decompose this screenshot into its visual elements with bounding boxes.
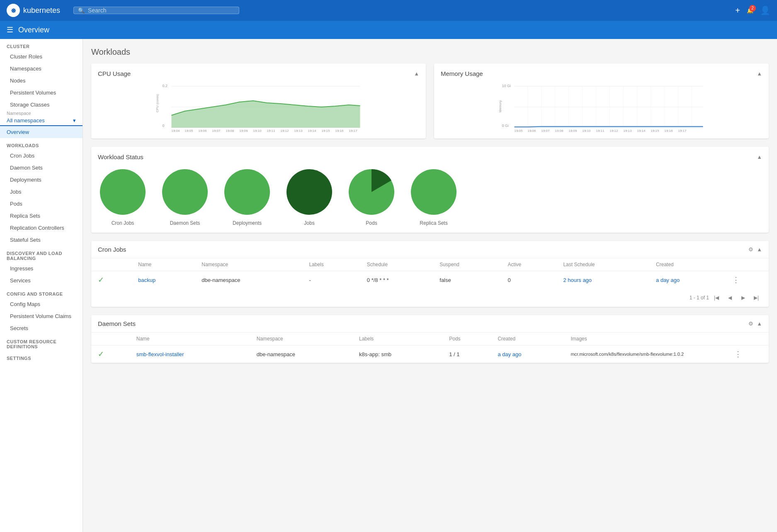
cpu-chart-card: CPU Usage ▲ 0.2 0 CPU (cores) — [91, 63, 426, 138]
ds-col-labels: Labels — [352, 333, 442, 345]
more-menu-icon[interactable]: ⋮ — [732, 276, 740, 284]
daemon-set-name: smb-flexvol-installer — [130, 345, 250, 363]
last-page-button[interactable]: ▶| — [750, 292, 762, 304]
daemon-filter-icon[interactable]: ⚙ — [748, 321, 753, 327]
workload-status-card: Workload Status ▲ Cron Jobs Daemon Sets — [91, 147, 769, 233]
sidebar: Cluster Cluster Roles Namespaces Nodes P… — [0, 39, 83, 532]
app-name: kubernetes — [23, 6, 60, 15]
status-circle-replica-sets[interactable]: Replica Sets — [409, 167, 459, 226]
status-circle-pods[interactable]: Pods — [347, 167, 396, 226]
ds-status-ok-icon: ✓ — [98, 350, 104, 358]
last-schedule-link[interactable]: 2 hours ago — [563, 277, 592, 283]
workloads-section-title: Workloads — [0, 138, 83, 150]
top-nav-right: + 🔔 2 👤 — [735, 5, 770, 15]
cron-job-name: backup — [131, 271, 195, 289]
col-name — [91, 258, 131, 271]
svg-text:19:13: 19:13 — [624, 129, 632, 132]
svg-text:19:16: 19:16 — [665, 129, 673, 132]
sidebar-item-services[interactable]: Services — [0, 275, 83, 287]
sidebar-item-persistent-volumes[interactable]: Persistent Volumes — [0, 87, 83, 99]
status-circle-jobs[interactable]: Jobs — [284, 167, 334, 226]
daemon-collapse-icon[interactable]: ▲ — [757, 321, 762, 327]
status-ok-icon: ✓ — [98, 276, 104, 284]
ds-col-pods: Pods — [442, 333, 491, 345]
sidebar-item-nodes[interactable]: Nodes — [0, 75, 83, 87]
sidebar-item-pvc[interactable]: Persistent Volume Claims — [0, 310, 83, 322]
svg-text:19:05: 19:05 — [515, 129, 523, 132]
col-created: Created — [649, 258, 726, 271]
svg-point-54 — [224, 169, 270, 215]
sidebar-item-cron-jobs[interactable]: Cron Jobs — [0, 150, 83, 162]
ds-more-menu-icon[interactable]: ⋮ — [734, 350, 742, 358]
cron-jobs-header-row: Name Namespace Labels Schedule Suspend A… — [91, 258, 769, 271]
sidebar-item-config-maps[interactable]: Config Maps — [0, 298, 83, 310]
svg-text:19:17: 19:17 — [678, 129, 687, 132]
memory-chart-collapse-icon[interactable]: ▲ — [757, 70, 762, 77]
sidebar-item-cluster-roles[interactable]: Cluster Roles — [0, 51, 83, 63]
daemon-set-namespace: dbe-namespace — [250, 345, 352, 363]
notification-button[interactable]: 🔔 2 — [747, 7, 753, 14]
sidebar-item-pods[interactable]: Pods — [0, 198, 83, 210]
sidebar-item-replica-sets[interactable]: Replica Sets — [0, 210, 83, 222]
cron-jobs-table-card: Cron Jobs ⚙ ▲ Name Namespace Labels Sche… — [91, 241, 769, 307]
svg-text:19:08: 19:08 — [555, 129, 564, 132]
prev-page-button[interactable]: ◀ — [724, 292, 736, 304]
svg-text:19:11: 19:11 — [596, 129, 605, 132]
svg-text:19:10: 19:10 — [583, 129, 591, 132]
col-actions — [726, 258, 769, 271]
sidebar-item-daemon-sets[interactable]: Daemon Sets — [0, 162, 83, 174]
cron-jobs-table-actions: ⚙ ▲ — [748, 246, 762, 253]
daemon-set-name-link[interactable]: smb-flexvol-installer — [136, 351, 184, 357]
svg-text:19:14: 19:14 — [637, 129, 646, 132]
status-circle-cron-jobs[interactable]: Cron Jobs — [98, 167, 148, 226]
daemon-set-more[interactable]: ⋮ — [728, 345, 769, 363]
status-circle-daemon-sets[interactable]: Daemon Sets — [160, 167, 210, 226]
daemon-set-created: a day ago — [491, 345, 564, 363]
sidebar-item-namespaces[interactable]: Namespaces — [0, 63, 83, 75]
col-suspend: Suspend — [433, 258, 501, 271]
cron-jobs-label: Cron Jobs — [112, 220, 134, 226]
cpu-chart-area: 0.2 0 CPU (cores) 19:04 19:05 19:06 — [98, 82, 419, 132]
collapse-icon[interactable]: ▲ — [757, 246, 762, 253]
created-link[interactable]: a day ago — [656, 277, 680, 283]
col-labels: Labels — [302, 258, 360, 271]
user-avatar[interactable]: 👤 — [760, 5, 770, 15]
svg-text:19:07: 19:07 — [212, 129, 221, 132]
workload-status-collapse-icon[interactable]: ▲ — [757, 154, 762, 160]
hamburger-icon[interactable]: ☰ — [7, 25, 13, 34]
workload-status-title: Workload Status — [98, 153, 143, 160]
sidebar-item-replication-controllers[interactable]: Replication Controllers — [0, 222, 83, 234]
sidebar-item-ingresses[interactable]: Ingresses — [0, 262, 83, 275]
first-page-button[interactable]: |◀ — [711, 292, 722, 304]
sidebar-item-overview[interactable]: Overview — [0, 126, 83, 138]
cron-job-name-link[interactable]: backup — [138, 277, 155, 283]
search-icon: 🔍 — [78, 7, 85, 14]
pods-label: Pods — [366, 220, 377, 226]
cron-job-namespace: dbe-namespace — [195, 271, 302, 289]
add-button[interactable]: + — [735, 6, 740, 15]
sidebar-item-jobs[interactable]: Jobs — [0, 186, 83, 198]
daemon-sets-header-row: Name Namespace Labels Pods Created Image… — [91, 333, 769, 345]
next-page-button[interactable]: ▶ — [737, 292, 749, 304]
sidebar-item-deployments[interactable]: Deployments — [0, 174, 83, 186]
sidebar-item-storage-classes[interactable]: Storage Classes — [0, 99, 83, 111]
cpu-chart-collapse-icon[interactable]: ▲ — [414, 70, 419, 77]
namespace-dropdown[interactable]: All namespaces ▾ — [0, 116, 83, 126]
deployments-circle-svg — [222, 167, 272, 217]
status-circle-deployments[interactable]: Deployments — [222, 167, 272, 226]
filter-icon[interactable]: ⚙ — [748, 246, 753, 253]
ds-created-link[interactable]: a day ago — [498, 351, 521, 357]
col-active: Active — [501, 258, 557, 271]
daemon-sets-circle-svg — [160, 167, 210, 217]
ds-col-status — [91, 333, 130, 345]
cron-job-status: ✓ — [91, 271, 131, 289]
config-section-title: Config and Storage — [0, 287, 83, 298]
cron-job-more[interactable]: ⋮ — [726, 271, 769, 289]
svg-text:19:17: 19:17 — [349, 129, 358, 132]
sidebar-item-secrets[interactable]: Secrets — [0, 322, 83, 334]
svg-text:0 Gi: 0 Gi — [502, 124, 509, 128]
search-input[interactable] — [88, 7, 235, 14]
search-bar[interactable]: 🔍 — [73, 7, 239, 14]
sidebar-item-stateful-sets[interactable]: Stateful Sets — [0, 234, 83, 246]
memory-chart-header: Memory Usage ▲ — [441, 70, 762, 77]
